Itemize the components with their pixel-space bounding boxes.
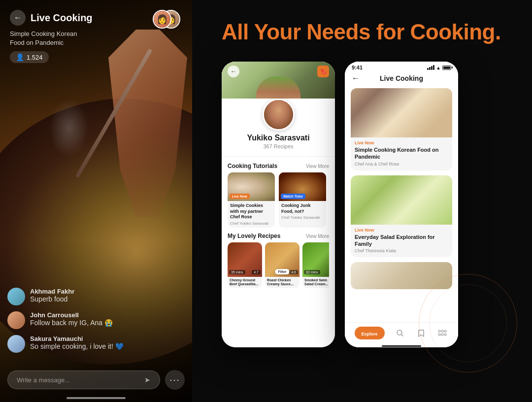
phone1-top-nav: ← 🔖 — [222, 62, 335, 81]
phone2-title: Live Cooking — [380, 74, 423, 82]
recipe-rating: 4.7 — [252, 270, 261, 274]
card-body: Live Now Everyday Salad Exploration for … — [351, 225, 452, 258]
chef-avatar — [263, 99, 295, 131]
tutorials-section: Cooking Tutorials View More Live Now Sim… — [222, 160, 335, 230]
home-indicator — [66, 397, 126, 399]
comment-item: John Carrousell Follow back my IG, Ana 😭 — [7, 311, 185, 329]
card-chef: Chef Theressia Kiata — [355, 248, 448, 253]
commenter-name: John Carrousell — [30, 311, 113, 319]
phone1-back-button[interactable]: ← — [228, 66, 239, 77]
recipe-card[interactable]: 35 mins 4.7 Cheesy Ground Beef Quesadill… — [228, 242, 262, 288]
wifi-icon: ▲ — [436, 65, 441, 70]
nav-saved[interactable] — [415, 327, 427, 339]
status-time: 9:41 — [352, 65, 363, 70]
search-icon — [394, 327, 406, 339]
card-image — [351, 175, 452, 225]
card-title: Simple Cooking Korean Food on Pandemic — [355, 146, 448, 161]
status-bar: 9:41 ▲ — [345, 62, 458, 72]
card-image — [351, 262, 452, 289]
stream-subtitle: Simple Cooking KoreanFood on Pandemic — [10, 30, 93, 47]
svg-rect-6 — [444, 330, 446, 332]
live-card[interactable] — [351, 262, 452, 289]
battery-icon — [442, 66, 451, 70]
more-options-button[interactable]: ··· — [165, 370, 185, 390]
comment-item: Sakura Yamauchi So simple cooking, i lov… — [7, 335, 185, 353]
nav-profile[interactable] — [436, 327, 448, 339]
commenter-avatar — [7, 288, 25, 305]
recipe-title: Cheesy Ground Beef Quesadilla... — [228, 277, 262, 288]
phone2-back-button[interactable]: ← — [352, 74, 360, 83]
message-bar: Write a message... ➤ ··· — [7, 370, 185, 390]
tutorial-thumbnail: Live Now — [228, 172, 275, 201]
recipe-thumbnail: 32 mins — [302, 242, 329, 277]
message-input[interactable]: Write a message... — [7, 370, 160, 389]
recipes-section: My Lovely Recipes View More 35 mins 4.7 … — [222, 230, 335, 290]
phone2-nav: ← Live Cooking — [345, 72, 458, 85]
host-avatars: 👩 👩 — [153, 10, 182, 30]
card-chef: Chef Ana & Chef Rose — [355, 162, 448, 167]
card-body: Live Now Simple Cooking Korean Food on P… — [351, 137, 452, 170]
view-more-recipes[interactable]: View More — [306, 234, 329, 239]
live-content: Live Now Simple Cooking Korean Food on P… — [345, 85, 458, 322]
send-button[interactable]: ➤ — [139, 372, 155, 388]
commenter-name: Sakura Yamauchi — [30, 335, 124, 342]
view-more-tutorials[interactable]: View More — [306, 164, 329, 169]
phone-mockup-2: 9:41 ▲ — [345, 62, 458, 347]
svg-rect-3 — [441, 330, 443, 332]
recipe-time: 35 mins — [229, 270, 245, 274]
tutorial-title: Cooking Junk Food, not? — [281, 203, 324, 214]
comments-area: Akhmad Fakhr Superb food John Carrousell… — [7, 288, 185, 353]
viewers-count: 👤 1.524 — [10, 51, 49, 63]
card-image — [351, 88, 452, 137]
profile-icon — [436, 327, 448, 339]
live-stream-panel: ← Live Cooking Simple Cooking KoreanFood… — [0, 0, 192, 402]
svg-rect-5 — [441, 334, 443, 335]
comment-item: Akhmad Fakhr Superb food — [7, 288, 185, 305]
live-badge: Live Now — [230, 194, 250, 199]
phones-row: ← 🔖 Yukiko Sarasvati 367 Recipes — [222, 62, 512, 392]
phone-2-screen: 9:41 ▲ — [345, 62, 458, 347]
hero-title: All Your Needs for Cooking. — [222, 20, 512, 44]
signal-icon — [427, 65, 434, 70]
home-indicator — [345, 345, 458, 347]
filter-button[interactable]: Filter — [275, 269, 289, 274]
svg-rect-4 — [438, 334, 440, 335]
explore-label: Explore — [362, 332, 378, 336]
live-card[interactable]: Live Now Everyday Salad Exploration for … — [351, 175, 452, 258]
live-label: Live Now — [355, 228, 448, 233]
nav-search[interactable] — [394, 327, 406, 339]
comment-body: So simple cooking, i love it! 💙 — [30, 342, 124, 350]
back-button[interactable]: ← — [10, 10, 26, 26]
status-icons: ▲ — [427, 65, 451, 70]
comment-body: Follow back my IG, Ana 😭 — [30, 319, 113, 327]
divider — [222, 156, 335, 157]
phone-mockup-1: ← 🔖 Yukiko Sarasvati 367 Recipes — [222, 62, 335, 347]
recipe-rating: 4.6 — [289, 270, 298, 274]
tutorial-chef: Chef Yukiko Sarasvati — [230, 221, 272, 226]
live-card[interactable]: Live Now Simple Cooking Korean Food on P… — [351, 88, 452, 170]
bookmark-icon — [415, 327, 427, 339]
commenter-name: Akhmad Fakhr — [30, 288, 74, 295]
marketing-section: All Your Needs for Cooking. ← 🔖 — [192, 0, 532, 402]
svg-rect-2 — [438, 330, 440, 332]
avatar-1: 👩 — [153, 10, 171, 29]
tutorial-thumbnail: Watch Tutor — [279, 172, 326, 201]
tutorial-card[interactable]: Watch Tutor Cooking Junk Food, not? Chef… — [279, 172, 326, 228]
phone1-bookmark-button[interactable]: 🔖 — [317, 66, 329, 77]
tutorials-title: Cooking Tutorials — [228, 163, 277, 169]
recipe-time: 32 mins — [304, 270, 320, 274]
card-title: Everyday Salad Exploration for Family — [355, 234, 448, 248]
live-label: Live Now — [355, 140, 448, 145]
bottom-navigation: Explore — [345, 322, 458, 345]
tutorial-card[interactable]: Live Now Simple Cookies with my partner … — [228, 172, 275, 228]
recipe-card[interactable]: 32 mins Smoked Salm Salad Cream... — [302, 242, 329, 288]
explore-active-tab[interactable]: Explore — [355, 327, 385, 339]
recipe-thumbnail: 35 mins 4.7 — [228, 242, 262, 277]
tutorial-chef: Chef Yukiko Sarasvati — [281, 215, 324, 220]
tutorial-cards: Live Now Simple Cookies with my partner … — [228, 172, 329, 228]
comment-body: Superb food — [30, 295, 74, 303]
commenter-avatar — [7, 335, 25, 353]
profile-info: Yukiko Sarasvati 367 Recipes — [222, 99, 335, 153]
recipe-card[interactable]: 4.6 Filter Roast Chicken Creamy Sauce... — [265, 242, 299, 288]
nav-explore[interactable]: Explore — [355, 327, 385, 339]
